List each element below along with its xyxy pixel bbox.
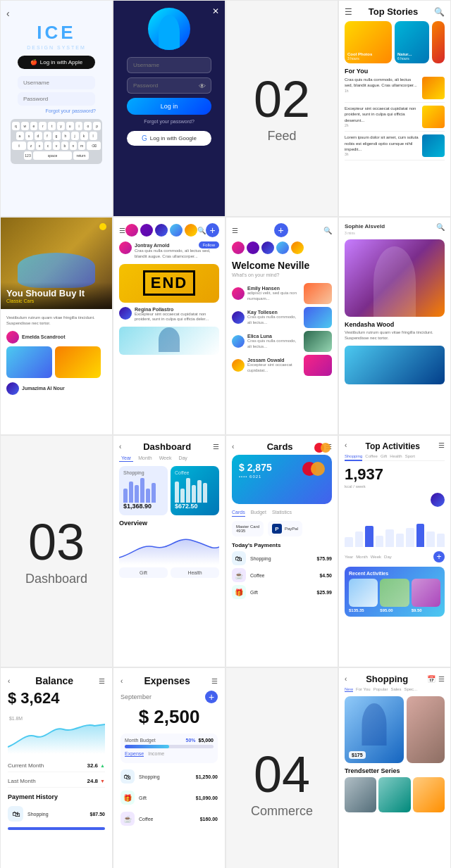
key-q[interactable]: q (12, 122, 20, 130)
act-time-week[interactable]: Week (371, 555, 381, 559)
w-avatar-2[interactable] (247, 241, 259, 254)
shop-back-icon[interactable]: ‹ (345, 675, 347, 683)
key-d[interactable]: d (35, 132, 42, 140)
avatar-5[interactable] (185, 224, 197, 237)
recent-item-2[interactable]: $95.00 (380, 579, 409, 612)
username-input[interactable] (18, 76, 95, 89)
act-tab-coffee[interactable]: Coffee (365, 454, 378, 458)
act-time-year[interactable]: Year (345, 555, 353, 559)
trend-img-1[interactable] (345, 777, 376, 812)
key-y[interactable]: y (57, 122, 65, 130)
trend-img-3[interactable] (413, 777, 445, 812)
avatar-1[interactable] (125, 224, 138, 237)
tab-week[interactable]: Week (157, 455, 174, 462)
password-eye-icon[interactable]: 👁 (199, 82, 206, 89)
health-item[interactable]: Health (171, 567, 219, 578)
w-avatar-5[interactable] (291, 241, 304, 254)
shop-tab-special[interactable]: Spec... (404, 687, 417, 692)
shop-main-image[interactable]: $175 (345, 696, 404, 763)
shop-tab-new[interactable]: New (345, 687, 353, 692)
profile-search-icon[interactable]: 🔍 (436, 223, 445, 235)
key-v[interactable]: v (53, 141, 60, 150)
social-hamburger-icon[interactable]: ☰ (119, 227, 125, 234)
welcome-search-icon[interactable]: 🔍 (323, 227, 332, 234)
avatar-4[interactable] (170, 224, 183, 237)
key-j[interactable]: j (71, 132, 79, 140)
recent-item-3[interactable]: $9.50 (412, 579, 440, 612)
exp-tab-expense[interactable]: Expense (125, 751, 144, 757)
tab-day[interactable]: Day (176, 455, 189, 462)
tab-statistics[interactable]: Statistics (272, 510, 292, 517)
key-g[interactable]: g (53, 132, 61, 140)
social-search-icon[interactable]: 🔍 (197, 227, 206, 234)
follow-button-1[interactable]: Follow (199, 241, 219, 249)
activities-add-button[interactable]: + (433, 551, 445, 562)
key-delete[interactable]: ⌫ (87, 141, 101, 150)
car-thumb-2[interactable] (55, 346, 101, 378)
shop-tab-sales[interactable]: Sales (390, 687, 401, 692)
w-avatar-3[interactable] (261, 241, 274, 254)
key-123[interactable]: 123 (24, 151, 32, 160)
key-space[interactable]: space (33, 151, 72, 160)
apple-login-button[interactable]: 🍎 Log in with Apple (18, 56, 95, 69)
password-input[interactable] (18, 92, 95, 106)
key-t[interactable]: t (48, 122, 56, 130)
key-e[interactable]: e (30, 122, 38, 130)
w-avatar-1[interactable] (232, 241, 245, 254)
key-shift[interactable]: ⇧ (12, 141, 26, 150)
act-menu-icon[interactable]: ☰ (438, 441, 445, 451)
welcome-hamburger-icon[interactable]: ☰ (232, 227, 238, 234)
close-button[interactable]: ✕ (212, 6, 219, 16)
key-f[interactable]: f (44, 132, 51, 140)
recent-item-1[interactable]: $135.35 (349, 579, 378, 612)
back-arrow-icon[interactable]: ‹ (6, 8, 10, 19)
key-w[interactable]: w (21, 122, 29, 130)
dash-back-icon[interactable]: ‹ (119, 443, 121, 451)
shop-secondary-image[interactable]: $ (407, 696, 445, 763)
expenses-back-icon[interactable]: ‹ (121, 677, 123, 685)
expenses-add-button[interactable]: + (205, 691, 218, 703)
hamburger-icon[interactable]: ☰ (345, 7, 352, 17)
key-l[interactable]: l (89, 132, 97, 140)
key-s[interactable]: s (25, 132, 33, 140)
key-c[interactable]: c (44, 141, 51, 150)
w-avatar-4[interactable] (276, 241, 289, 254)
key-o[interactable]: o (84, 122, 92, 130)
act-time-day[interactable]: Day (384, 555, 392, 559)
key-h[interactable]: h (62, 132, 70, 140)
story-item-3[interactable]: Lorem ipsum dolor sit amet, cum soluta n… (345, 134, 445, 161)
forgot-password-link-2[interactable]: Forgot your password? (144, 119, 194, 124)
balance-menu-icon[interactable]: ☰ (99, 677, 105, 685)
tab-cards[interactable]: Cards (232, 510, 245, 517)
tab-budget[interactable]: Budget (251, 510, 266, 517)
forgot-password-link[interactable]: Forgot your password? (45, 108, 96, 113)
story-item-1[interactable]: Cras quis nulla commodo, ali lectus sed,… (345, 77, 445, 103)
key-i[interactable]: i (75, 122, 83, 130)
expenses-menu-icon[interactable]: ☰ (211, 677, 218, 685)
act-time-month[interactable]: Month (356, 555, 368, 559)
shop-tab-foryou[interactable]: For You (356, 687, 371, 692)
search-icon[interactable]: 🔍 (434, 7, 445, 17)
key-u[interactable]: u (66, 122, 74, 130)
google-login-button[interactable]: G Log in with Google (127, 131, 211, 146)
tab-month[interactable]: Month (136, 455, 154, 462)
key-p[interactable]: p (93, 122, 101, 130)
key-k[interactable]: k (80, 132, 88, 140)
key-x[interactable]: x (36, 141, 43, 150)
username-input-2[interactable] (127, 57, 211, 73)
act-tab-gift[interactable]: Gift (381, 454, 387, 458)
hero-story-1[interactable]: Cool Photos3 hours (345, 21, 392, 63)
key-r[interactable]: r (39, 122, 47, 130)
add-post-button[interactable]: + (206, 223, 219, 237)
dash-menu-icon[interactable]: ☰ (213, 443, 219, 451)
story-item-2[interactable]: Excepteur sint occaecat cupidatat non pr… (345, 106, 445, 132)
act-tab-shopping[interactable]: Shopping (345, 454, 362, 461)
saved-card-mastercard[interactable]: Master Card4935 (232, 521, 264, 536)
key-b[interactable]: b (61, 141, 68, 150)
act-tab-health[interactable]: Health (390, 454, 402, 458)
hero-story-3[interactable] (432, 21, 445, 63)
trend-img-2[interactable] (378, 777, 410, 812)
welcome-post-2[interactable]: Kay Tollesen Cras quis nulla commodo, al… (232, 307, 332, 328)
act-tab-sport[interactable]: Sport (405, 454, 415, 458)
key-z[interactable]: z (27, 141, 35, 150)
